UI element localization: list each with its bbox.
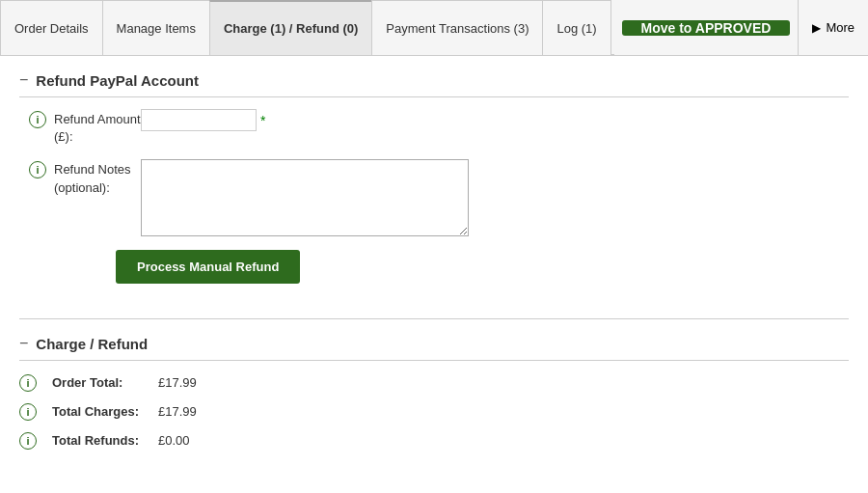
- move-to-approved-button[interactable]: Move to APPROVED: [622, 20, 791, 36]
- refund-notes-label: Refund Notes (optional):: [54, 159, 141, 196]
- total-charges-value: £17.99: [158, 404, 197, 419]
- order-total-label: Order Total:: [52, 375, 158, 390]
- order-total-value: £17.99: [158, 375, 197, 390]
- total-refunds-row: i Total Refunds: £0.00: [19, 430, 849, 450]
- tab-bar: Order Details Manage Items Charge (1) / …: [0, 0, 868, 56]
- total-refunds-info-icon[interactable]: i: [19, 432, 37, 450]
- order-total-row: i Order Total: £17.99: [19, 372, 849, 392]
- charge-section-header: − Charge / Refund: [19, 335, 849, 361]
- refund-section-title: Refund PayPal Account: [36, 72, 199, 89]
- refund-amount-info-icon[interactable]: i: [29, 111, 46, 128]
- refund-amount-input[interactable]: [141, 109, 257, 131]
- refund-amount-input-wrap: *: [141, 109, 473, 131]
- refund-section-header: − Refund PayPal Account: [19, 71, 849, 97]
- process-manual-refund-button[interactable]: Process Manual Refund: [116, 250, 300, 284]
- tab-charge-refund[interactable]: Charge (1) / Refund (0): [209, 0, 372, 55]
- tab-payment-transactions[interactable]: Payment Transactions (3): [371, 0, 543, 55]
- order-total-info-icon[interactable]: i: [19, 374, 37, 392]
- total-charges-row: i Total Charges: £17.99: [19, 401, 849, 421]
- refund-amount-label: Refund Amount (£):: [54, 109, 141, 146]
- refund-amount-row: i Refund Amount (£): *: [29, 109, 473, 146]
- more-button[interactable]: ▶ More: [798, 0, 868, 55]
- total-charges-info-icon[interactable]: i: [19, 403, 37, 421]
- required-star: *: [260, 113, 265, 128]
- refund-notes-info-icon[interactable]: i: [29, 161, 46, 178]
- total-charges-label: Total Charges:: [52, 404, 158, 419]
- process-refund-btn-container: Process Manual Refund: [19, 250, 849, 303]
- refund-notes-row: i Refund Notes (optional):: [29, 159, 473, 236]
- charge-collapse-icon[interactable]: −: [19, 335, 28, 352]
- refund-form: i Refund Amount (£): * i Refund Notes (o…: [29, 109, 473, 236]
- more-arrow-icon: ▶: [812, 21, 821, 35]
- section-divider: [19, 318, 849, 319]
- main-content: − Refund PayPal Account i Refund Amount …: [0, 56, 868, 475]
- tab-manage-items[interactable]: Manage Items: [102, 0, 210, 55]
- tab-log[interactable]: Log (1): [542, 0, 610, 55]
- refund-collapse-icon[interactable]: −: [19, 71, 28, 89]
- refund-notes-textarea[interactable]: [141, 159, 469, 236]
- charge-section-title: Charge / Refund: [36, 336, 148, 352]
- charge-refund-section: − Charge / Refund i Order Total: £17.99 …: [19, 335, 849, 450]
- tab-order-details[interactable]: Order Details: [0, 0, 103, 55]
- refund-notes-input-wrap: [141, 159, 473, 236]
- total-refunds-value: £0.00: [158, 433, 190, 448]
- total-refunds-label: Total Refunds:: [52, 433, 158, 448]
